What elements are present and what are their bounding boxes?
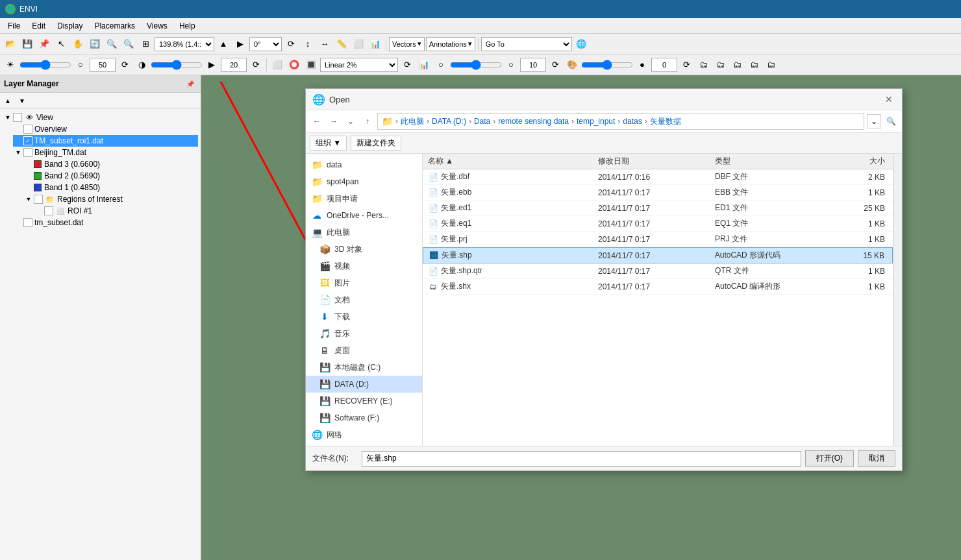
path-part-data-d[interactable]: DATA (D:) xyxy=(432,117,466,126)
sync-btn[interactable]: ⟳ xyxy=(283,36,299,52)
lp-item-docs[interactable]: 📄 文档 xyxy=(306,291,422,308)
color-slider[interactable] xyxy=(581,60,633,70)
file-row-ebb[interactable]: 📄 矢量.ebb 2014/11/7 0:17 EBB 文件 1 KB xyxy=(423,185,893,201)
profile-btn[interactable]: 📊 xyxy=(368,36,383,52)
tree-item-overview[interactable]: Overview xyxy=(13,123,198,135)
path-part-temp[interactable]: temp_input xyxy=(577,117,615,126)
lp-item-video[interactable]: 🎬 视频 xyxy=(306,258,422,274)
lp-item-downloads[interactable]: ⬇ 下载 xyxy=(306,308,422,325)
contrast-slider[interactable] xyxy=(151,60,203,70)
move-btn[interactable]: ✋ xyxy=(70,36,86,52)
cb-overview[interactable] xyxy=(23,125,32,134)
lp-item-drive-d[interactable]: 💾 DATA (D:) xyxy=(306,376,422,393)
path-part-datas[interactable]: datas xyxy=(623,117,642,126)
file-row-dbf[interactable]: 📄 矢量.dbf 2014/11/7 0:16 DBF 文件 2 KB xyxy=(423,169,893,185)
arrow-up-btn[interactable]: ▲ xyxy=(216,36,231,52)
lp-item-desktop[interactable]: 🖥 桌面 xyxy=(306,342,422,359)
lp-item-drive-c[interactable]: 💾 本地磁盘 (C:) xyxy=(306,359,422,376)
rotate-combo[interactable]: 0° xyxy=(249,37,282,51)
menu-file[interactable]: File xyxy=(3,20,25,32)
menu-help[interactable]: Help xyxy=(174,20,201,32)
menu-display[interactable]: Display xyxy=(52,20,88,32)
icon-e[interactable]: 🗂 xyxy=(763,57,779,73)
cb-tm-roi1[interactable]: ✓ xyxy=(23,136,32,145)
pan-btn[interactable]: ↕ xyxy=(300,36,316,52)
file-list-scrollbar[interactable] xyxy=(893,154,902,446)
save-btn[interactable]: 💾 xyxy=(19,36,35,52)
open-button[interactable]: 打开(O) xyxy=(805,450,854,467)
pin-btn[interactable]: 📌 xyxy=(36,36,52,52)
tree-item-roi1[interactable]: ⬜ ROI #1 xyxy=(34,205,198,217)
tree-item-tm-subset-roi1[interactable]: ✓ TM_subset_roi1.dat xyxy=(13,135,198,147)
up-btn[interactable]: ↑ xyxy=(360,114,375,128)
open-file-btn[interactable]: 📂 xyxy=(3,36,18,52)
sync3-btn[interactable]: ⟳ xyxy=(399,57,415,73)
expand-roi-folder[interactable]: ▼ xyxy=(23,194,34,204)
new-folder-btn[interactable]: 新建文件夹 xyxy=(351,136,401,151)
cb-beijing-tm[interactable] xyxy=(23,148,32,157)
stretch-combo[interactable]: Linear 2% xyxy=(320,58,398,72)
lp-item-thispc[interactable]: 💻 此电脑 xyxy=(306,224,422,241)
icon-a[interactable]: 🗂 xyxy=(695,57,711,73)
icon-c[interactable]: 🗂 xyxy=(729,57,745,73)
zoom-out-btn[interactable]: 🔍 xyxy=(121,36,136,52)
cb-roi1[interactable] xyxy=(44,206,53,215)
filename-input[interactable] xyxy=(362,451,801,467)
sync1-btn[interactable]: ⟳ xyxy=(117,57,132,73)
cursor-btn[interactable]: ↖ xyxy=(53,36,69,52)
tree-item-band2[interactable]: Band 2 (0.5690) xyxy=(23,170,198,182)
goto-combo[interactable]: Go To xyxy=(481,37,572,51)
col-header-name[interactable]: 名称 ▲ xyxy=(423,156,593,167)
expand-beijing-tm[interactable]: ▼ xyxy=(13,147,23,158)
file-row-ed1[interactable]: 📄 矢量.ed1 2014/11/7 0:17 ED1 文件 25 KB xyxy=(423,201,893,216)
lp-item-3d[interactable]: 📦 3D 对象 xyxy=(306,241,422,258)
file-row-eq1[interactable]: 📄 矢量.eq1 2014/11/7 0:17 EQ1 文件 1 KB xyxy=(423,216,893,232)
lp-item-data[interactable]: 📁 data xyxy=(306,156,422,173)
gamma-value[interactable]: 10 xyxy=(520,58,546,72)
path-part-computer[interactable]: 此电脑 xyxy=(401,116,424,127)
tree-item-view[interactable]: ▼ 👁 View xyxy=(3,112,198,123)
col-header-size[interactable]: 大小 xyxy=(827,156,893,167)
lp-item-spot4pan[interactable]: 📁 spot4pan xyxy=(306,173,422,190)
file-row-prj[interactable]: 📄 矢量.prj 2014/11/7 0:17 PRJ 文件 1 KB xyxy=(423,232,893,247)
arrow-btn2[interactable]: ▶ xyxy=(232,36,248,52)
lp-item-drive-e[interactable]: 💾 RECOVERY (E:) xyxy=(306,393,422,409)
lm-down-btn[interactable]: ▼ xyxy=(16,94,29,107)
col-header-date[interactable]: 修改日期 xyxy=(593,156,710,167)
dialog-close-btn[interactable]: ✕ xyxy=(882,93,895,106)
menu-views[interactable]: Views xyxy=(142,20,173,32)
brightness-value[interactable]: 50 xyxy=(90,58,116,72)
lp-item-pictures[interactable]: 🖼 图片 xyxy=(306,274,422,291)
play-btn[interactable]: ▶ xyxy=(204,57,219,73)
menu-edit[interactable]: Edit xyxy=(27,20,51,32)
cb-view[interactable] xyxy=(13,113,22,122)
address-path[interactable]: 📁 › 此电脑 › DATA (D:) › Data › remote sens… xyxy=(377,113,864,130)
gamma-slider[interactable] xyxy=(450,60,502,70)
meas-btn[interactable]: 📏 xyxy=(334,36,349,52)
color-value[interactable]: 0 xyxy=(651,58,677,72)
lp-item-project[interactable]: 📁 项目申请 xyxy=(306,190,422,207)
lp-item-drive-f[interactable]: 💾 Software (F:) xyxy=(306,409,422,426)
brightness-slider[interactable] xyxy=(19,60,71,70)
lp-item-music[interactable]: 🎵 音乐 xyxy=(306,325,422,342)
file-row-qtr[interactable]: 📄 矢量.shp.qtr 2014/11/7 0:17 QTR 文件 1 KB xyxy=(423,263,893,279)
icon-b[interactable]: 🗂 xyxy=(712,57,728,73)
tree-item-roi-folder[interactable]: ▼ 📁 Regions of Interest xyxy=(23,193,198,205)
col-header-type[interactable]: 类型 xyxy=(710,156,827,167)
lm-up-btn[interactable]: ▲ xyxy=(1,94,14,107)
refresh1-btn[interactable]: ○ xyxy=(73,57,88,73)
cb-roi-folder[interactable] xyxy=(34,195,43,204)
path-part-rs[interactable]: remote sensing data xyxy=(498,117,569,126)
roi-btn[interactable]: ⬜ xyxy=(351,36,366,52)
lp-item-onedrive[interactable]: ☁ OneDrive - Pers... xyxy=(306,207,422,224)
vectors-dropdown[interactable]: Vectors ▾ xyxy=(389,37,425,51)
rect-btn[interactable]: ⬜ xyxy=(269,57,285,73)
path-part-shuliang[interactable]: 矢量数据 xyxy=(650,116,681,127)
tree-item-band3[interactable]: Band 3 (0.6600) xyxy=(23,158,198,170)
organize-btn[interactable]: 组织 ▼ xyxy=(310,136,347,151)
hist-btn[interactable]: 📊 xyxy=(416,57,432,73)
zoom-in-btn[interactable]: 🔍 xyxy=(104,36,119,52)
tree-item-band1[interactable]: Band 1 (0.4850) xyxy=(23,182,198,193)
portal-btn[interactable]: 🌐 xyxy=(573,36,589,52)
path-part-data[interactable]: Data xyxy=(474,117,490,126)
